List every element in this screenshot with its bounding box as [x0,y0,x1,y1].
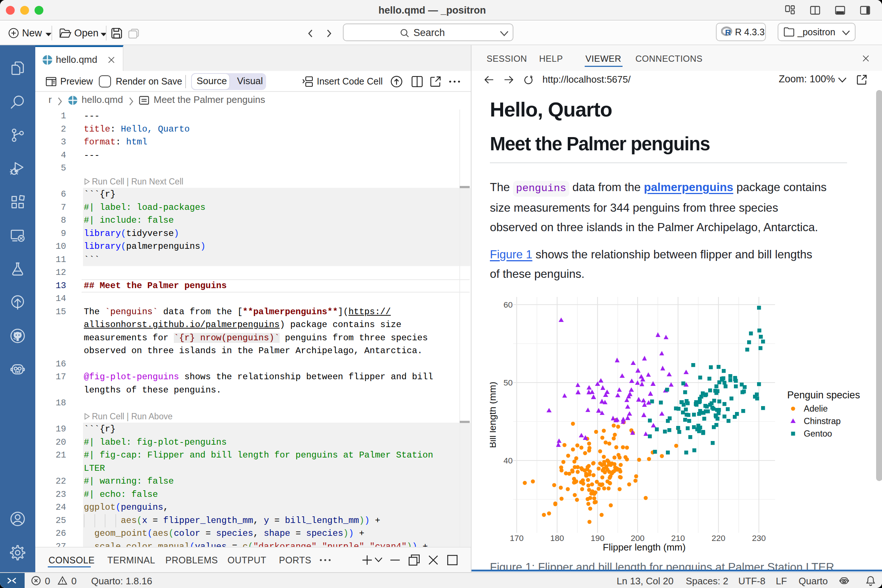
svg-text:R: R [725,28,731,37]
svg-text:190: 190 [591,534,604,543]
svg-text:Flipper length (mm): Flipper length (mm) [603,542,686,553]
svg-text:180: 180 [550,534,564,543]
svg-text:Penguin species: Penguin species [787,390,860,400]
svg-text:60: 60 [504,300,513,309]
svg-text:Bill length (mm): Bill length (mm) [490,382,498,448]
svg-text:Adelie: Adelie [804,404,828,413]
svg-text:230: 230 [752,534,766,543]
svg-text:220: 220 [711,534,726,543]
svg-text:Chinstrap: Chinstrap [804,416,841,426]
svg-text:170: 170 [510,534,524,543]
svg-text:40: 40 [504,456,513,465]
svg-text:Gentoo: Gentoo [804,429,832,438]
svg-text:50: 50 [504,378,513,387]
